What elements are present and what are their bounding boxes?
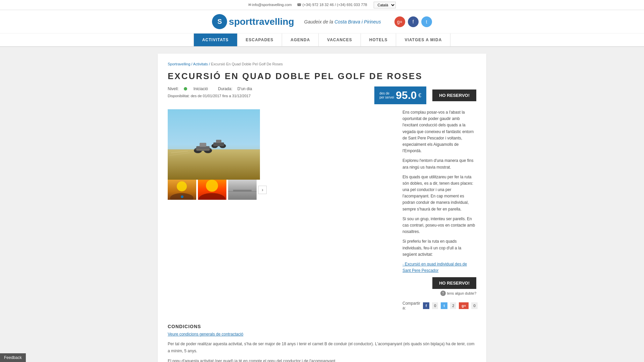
nav-escapades[interactable]: ESCAPADES bbox=[237, 34, 282, 46]
language-selector[interactable]: Català bbox=[374, 2, 396, 8]
tagline: Gaudeix de la Costa Brava i Pirineus bbox=[304, 19, 381, 24]
svg-rect-9 bbox=[216, 140, 221, 143]
reserve-bottom-button[interactable]: HO RESERVO! bbox=[432, 277, 476, 289]
main-image bbox=[168, 109, 260, 180]
gp-share-count: 0 bbox=[471, 302, 477, 309]
logo[interactable]: S sporttravelling bbox=[212, 14, 294, 29]
atv-scene bbox=[168, 109, 260, 180]
phone-icon bbox=[297, 3, 303, 7]
share-twitter-button[interactable]: t bbox=[441, 302, 447, 309]
disponibilitat-label: Disponibilitat: bbox=[168, 94, 190, 98]
thumbnail-strip: › bbox=[168, 180, 394, 200]
conditions-section: CONDICIONS Veure condicions generals de … bbox=[168, 324, 476, 362]
thumbnail-1[interactable] bbox=[168, 180, 196, 200]
right-column: Ens complau posar-vos a l'abast la oport… bbox=[402, 109, 476, 317]
nav-hotels[interactable]: HOTELS bbox=[361, 34, 396, 46]
price-currency: € bbox=[418, 93, 421, 99]
nav-viatges[interactable]: VIATGES A MIDA bbox=[396, 34, 450, 46]
cond-para-1: Per tal de poder realitzar aquesta activ… bbox=[168, 341, 476, 354]
fb-share-count: 0 bbox=[432, 302, 438, 309]
doubt-link[interactable]: ? tens algun dubte? bbox=[440, 291, 476, 296]
thumbnail-next[interactable]: › bbox=[258, 186, 267, 194]
nav-vacances[interactable]: VACANCES bbox=[319, 34, 361, 46]
twitter-icon[interactable]: t bbox=[421, 16, 432, 27]
price-reserve-area: des de per servei 95.0 € HO RESERVO! bbox=[374, 86, 476, 104]
breadcrumb-home[interactable]: Sportravelling bbox=[168, 62, 190, 66]
reserve-bottom: HO RESERVO! ? tens algun dubte? bbox=[402, 277, 476, 296]
tw-share-count: 2 bbox=[450, 302, 456, 309]
navigation: ACTIVITATS ESCAPADES AGENDA VACANCES HOT… bbox=[0, 34, 644, 47]
nivel-value: Iniciació bbox=[194, 86, 208, 91]
conditions-title: CONDICIONS bbox=[168, 324, 476, 329]
breadcrumb: Sportravelling / Activitats / Excursió E… bbox=[168, 62, 476, 66]
reserve-top-button[interactable]: HO RESERVO! bbox=[432, 89, 476, 101]
nav-agenda[interactable]: AGENDA bbox=[282, 34, 319, 46]
svg-rect-4 bbox=[196, 146, 210, 151]
share-label: Compartir a: bbox=[402, 301, 420, 310]
top-bar: info@sportravelling.com (+34) 972 18 32 … bbox=[0, 0, 644, 10]
desc-para-1: Ens complau posar-vos a l'abast la oport… bbox=[402, 109, 476, 154]
question-icon: ? bbox=[440, 291, 446, 296]
svg-point-14 bbox=[177, 181, 187, 191]
conditions-link[interactable]: Veure condicions generals de contractaci… bbox=[168, 332, 476, 337]
phone-info: (+34) 972 18 32 46 / (+34) 691 033 778 bbox=[297, 3, 367, 7]
svg-rect-21 bbox=[233, 190, 252, 191]
main-content-layout: › Ens complau posar-vos a l'abast la opo… bbox=[168, 109, 476, 317]
left-column: › bbox=[168, 109, 394, 317]
logo-icon: S bbox=[212, 14, 227, 29]
price-amount: 95.0 bbox=[396, 89, 417, 102]
thumbnail-2[interactable] bbox=[198, 180, 226, 200]
desc-para-3: Els quads que utilitzareu per fer la rut… bbox=[402, 174, 476, 213]
content-card: Sportravelling / Activitats / Excursió E… bbox=[158, 54, 486, 362]
svg-rect-5 bbox=[200, 143, 206, 147]
nivel-indicator bbox=[184, 87, 187, 90]
email-icon bbox=[248, 3, 252, 7]
desc-para-5: Si preferiu fer la ruta en quads individ… bbox=[402, 238, 476, 258]
individual-quad-link[interactable]: · Excursió en quad individual des de San… bbox=[402, 262, 467, 273]
feedback-tab[interactable]: Feedback bbox=[0, 353, 26, 362]
conditions-text: Per tal de poder realitzar aquesta activ… bbox=[168, 341, 476, 362]
social-links: g+ f t bbox=[394, 16, 432, 27]
description: Ens complau posar-vos a l'abast la oport… bbox=[402, 109, 476, 274]
share-row: Compartir a: f 0 t 2 g+ 0 bbox=[402, 301, 476, 310]
meta-info: Nivell: Iniciació Durada: D'un dia Dispo… bbox=[168, 86, 252, 100]
nivel-label: Nivell: bbox=[168, 86, 179, 91]
site-header: S sporttravelling Gaudeix de la Costa Br… bbox=[0, 10, 644, 34]
nav-activitats[interactable]: ACTIVITATS bbox=[194, 34, 237, 46]
desc-para-4: Si sou un grup, intenteu ser parells. En… bbox=[402, 216, 476, 235]
duracio-value: D'un dia bbox=[237, 86, 252, 91]
desc-link: · Excursió en quad individual des de San… bbox=[402, 261, 476, 274]
svg-rect-8 bbox=[213, 142, 224, 146]
disponibilitat-value: des de 01/01/2017 fins a 31/12/2017 bbox=[191, 94, 251, 98]
thumbnail-3[interactable] bbox=[228, 180, 257, 200]
share-googleplus-button[interactable]: g+ bbox=[459, 302, 469, 309]
svg-point-17 bbox=[206, 180, 218, 192]
contact-info: info@sportravelling.com (+34) 972 18 32 … bbox=[248, 3, 367, 7]
share-facebook-button[interactable]: f bbox=[423, 302, 430, 309]
duracio-label: Durada: bbox=[218, 86, 232, 91]
content-area: Sportravelling / Activitats / Excursió E… bbox=[151, 47, 493, 362]
breadcrumb-section[interactable]: Activitats bbox=[193, 62, 208, 66]
active-thumb-indicator bbox=[181, 195, 183, 198]
email-link[interactable]: info@sportravelling.com bbox=[248, 3, 292, 7]
cond-para-2: El preu d'aquesta activitat (per quad) j… bbox=[168, 358, 476, 362]
page-title: EXCURSIÓ EN QUAD DOBLE PEL GOLF DE ROSES bbox=[168, 71, 476, 81]
price-box: des de per servei 95.0 € bbox=[374, 86, 426, 104]
facebook-icon[interactable]: f bbox=[408, 16, 419, 27]
desc-para-2: Exploreu l'entorn d'una manera que fins … bbox=[402, 158, 476, 170]
logo-text: sporttravelling bbox=[229, 16, 294, 27]
googleplus-icon[interactable]: g+ bbox=[394, 16, 405, 27]
